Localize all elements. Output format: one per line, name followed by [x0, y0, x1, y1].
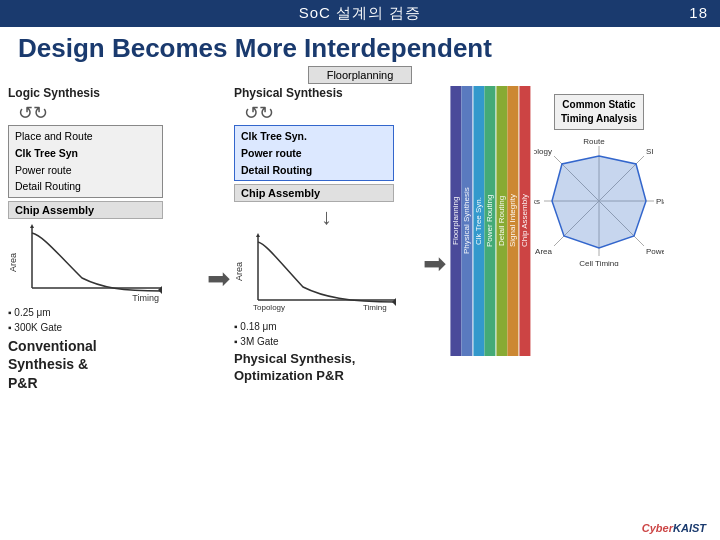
svg-text:Power: Power [646, 247, 664, 256]
svg-marker-7 [256, 233, 260, 237]
left-chart-svg [22, 223, 167, 298]
center-bullets: ▪ 0.18 μm ▪ 3M Gate [234, 319, 419, 349]
svg-text:Topology: Topology [253, 303, 285, 312]
floorplanning-row: Floorplanning [0, 66, 720, 84]
arrow-center-right: ➡ [423, 86, 446, 392]
radar-chart: Route SI Place Power Cell Timing Area Cl… [534, 136, 664, 266]
page-number: 18 [689, 4, 708, 21]
left-bullets: ▪ 0.25 μm ▪ 300K Gate [8, 305, 203, 335]
header-bar: SoC 설계의 검증 18 [0, 0, 720, 27]
svg-text:Timing: Timing [363, 303, 387, 312]
logic-synthesis-label: Logic Synthesis [8, 86, 203, 100]
vbar-chip-assembly: Chip Assembly [519, 86, 530, 356]
center-chip-assembly: Chip Assembly [234, 184, 394, 202]
center-chart-y-label: Area [234, 262, 244, 281]
svg-text:Clocks: Clocks [534, 197, 540, 206]
logo-area: CyberKAIST [642, 522, 706, 534]
right-panel: Common StaticTiming Analysis [534, 94, 664, 266]
svg-text:Topology: Topology [534, 147, 552, 156]
timing-analysis-box: Common StaticTiming Analysis [554, 94, 644, 130]
slide-title: Design Becomes More Interdependent [0, 27, 720, 66]
left-process-box: Place and Route Clk Tree Syn Power route… [8, 125, 163, 198]
vbar-power-routing: Power Routing [484, 86, 495, 356]
vbar-physical-synthesis: Physical Synthesis [461, 86, 472, 356]
center-rotate-arrows: ↺↻ [244, 102, 419, 124]
vertical-bar: Floorplanning Physical Synthesis Clk Tre… [450, 86, 530, 356]
vbar-signal-integrity: Signal Integrity [507, 86, 518, 356]
center-column: Physical Synthesis ↺↻ Clk Tree Syn. Powe… [234, 86, 419, 392]
center-chart-area: Area Topology Timing [234, 232, 399, 317]
svg-text:SI: SI [646, 147, 654, 156]
arrow-left-center: ➡ [207, 86, 230, 392]
vbar-detail-routing: Detail Routing [496, 86, 507, 356]
left-column: Logic Synthesis ↺↻ Place and Route Clk T… [8, 86, 203, 392]
left-chart-y-label: Area [8, 253, 18, 272]
main-content: Logic Synthesis ↺↻ Place and Route Clk T… [0, 86, 720, 392]
center-chart-svg: Topology Timing [248, 232, 403, 312]
left-chip-assembly: Chip Assembly [8, 201, 163, 219]
center-down-arrow: ↓ [234, 204, 419, 230]
floorplanning-box: Floorplanning [308, 66, 413, 84]
center-process-box: Clk Tree Syn. Power route Detail Routing [234, 125, 394, 181]
svg-text:Route: Route [583, 137, 605, 146]
svg-text:Area: Area [535, 247, 552, 256]
center-big-text: Physical Synthesis,Optimization P&R [234, 351, 419, 385]
header-title: SoC 설계의 검증 [299, 4, 422, 21]
vbar-clk-tree: Clk Tree Syn. [473, 86, 484, 356]
svg-marker-3 [30, 224, 34, 228]
vbar-floorplanning: Floorplanning [450, 86, 461, 356]
left-big-text: ConventionalSynthesis &P&R [8, 337, 203, 392]
svg-text:Place: Place [656, 197, 664, 206]
physical-synthesis-label: Physical Synthesis [234, 86, 419, 100]
right-column: Floorplanning Physical Synthesis Clk Tre… [450, 86, 712, 392]
left-chart-x-label: Timing [132, 293, 159, 303]
radar-svg: Route SI Place Power Cell Timing Area Cl… [534, 136, 664, 266]
svg-text:Cell Timing: Cell Timing [579, 259, 619, 266]
left-rotate-arrows: ↺↻ [18, 102, 203, 124]
svg-marker-18 [552, 156, 646, 248]
left-chart-area: Area Timing [8, 223, 163, 303]
svg-marker-6 [392, 298, 396, 306]
